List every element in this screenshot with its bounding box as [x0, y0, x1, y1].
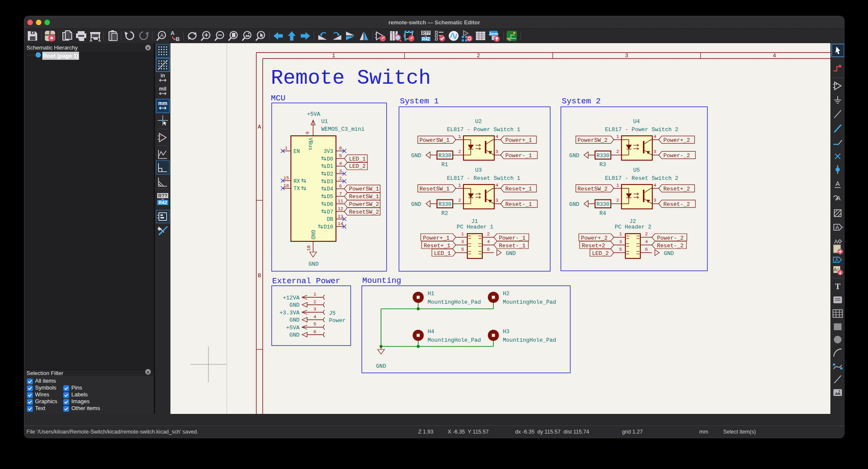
svg-text:EL817 - Reset Switch 2: EL817 - Reset Switch 2: [605, 175, 678, 182]
svg-text:GND: GND: [664, 250, 674, 257]
svg-text:4: 4: [496, 183, 499, 188]
svg-text:ResetSW_1: ResetSW_1: [419, 186, 449, 192]
svg-text:LED_2: LED_2: [592, 250, 609, 257]
svg-text:U4: U4: [633, 118, 640, 125]
svg-text:4: 4: [654, 134, 657, 139]
svg-text:R330: R330: [438, 153, 451, 159]
svg-text:D6: D6: [327, 202, 333, 208]
svg-text:15: 15: [283, 176, 289, 181]
svg-text:2: 2: [616, 198, 619, 203]
svg-text:TX: TX: [293, 186, 300, 192]
svg-text:R330: R330: [596, 153, 609, 159]
svg-text:Power-_1: Power-_1: [505, 152, 532, 159]
svg-text:MountingHole_Pad: MountingHole_Pad: [503, 299, 556, 305]
svg-text:R??: R??: [422, 31, 430, 35]
svg-text:GND: GND: [411, 201, 422, 208]
svg-text:EL817 - Reset Switch 1: EL817 - Reset Switch 1: [447, 175, 520, 182]
svg-text:1: 1: [619, 232, 622, 237]
svg-text:External Power: External Power: [272, 276, 340, 286]
svg-text:R42: R42: [422, 37, 430, 41]
svg-text:Power+_2: Power+_2: [581, 235, 607, 241]
svg-text:+3.3VA: +3.3VA: [279, 310, 299, 316]
svg-text:3: 3: [461, 239, 464, 244]
svg-text:D4: D4: [327, 186, 333, 192]
svg-text:R42: R42: [158, 200, 167, 205]
svg-text:2: 2: [477, 53, 480, 59]
svg-text:2: 2: [339, 176, 342, 181]
svg-text:T: T: [835, 282, 841, 291]
svg-text:4: 4: [773, 53, 776, 59]
svg-text:ResetSW_2: ResetSW_2: [349, 209, 379, 215]
svg-text:DB: DB: [327, 217, 334, 223]
svg-text:Power-_2: Power-_2: [657, 235, 683, 241]
svg-text:1: 1: [616, 183, 619, 188]
svg-text:Reset+_1: Reset+_1: [424, 243, 451, 249]
svg-text:4: 4: [339, 161, 342, 166]
svg-text:5: 5: [314, 322, 317, 327]
svg-text:MCU: MCU: [271, 94, 285, 103]
svg-text:B: B: [258, 273, 261, 279]
svg-text:3V3: 3V3: [323, 149, 333, 155]
svg-text:A: A: [160, 32, 164, 38]
svg-text:U3: U3: [475, 167, 482, 173]
svg-text:A: A: [834, 238, 838, 245]
svg-text:H4: H4: [428, 328, 434, 335]
svg-text:1: 1: [458, 183, 461, 188]
svg-text:.bom: .bom: [489, 31, 499, 36]
svg-text:2: 2: [645, 232, 648, 237]
svg-text:D7: D7: [327, 209, 333, 215]
svg-text:A: A: [836, 180, 840, 187]
svg-text:1: 1: [332, 53, 335, 59]
svg-text:Reset-_1: Reset-_1: [499, 243, 526, 249]
svg-text:U5: U5: [633, 167, 640, 173]
svg-text:LED_1: LED_1: [434, 250, 451, 257]
svg-text:3: 3: [496, 149, 499, 154]
svg-text:1: 1: [616, 134, 619, 139]
svg-text:R1: R1: [441, 161, 448, 168]
svg-text:2: 2: [487, 232, 490, 237]
svg-text:D3: D3: [327, 179, 333, 185]
svg-text:PC Header 2: PC Header 2: [615, 224, 651, 230]
svg-text:mil: mil: [159, 86, 166, 92]
svg-text:PowerSW_2: PowerSW_2: [578, 137, 607, 144]
svg-text:4: 4: [314, 314, 317, 320]
svg-text:R330: R330: [438, 202, 451, 208]
svg-text:14: 14: [337, 221, 343, 226]
svg-text:6: 6: [487, 247, 490, 252]
svg-text:6: 6: [645, 247, 648, 252]
svg-text:H1: H1: [428, 290, 434, 297]
svg-text:+5VA: +5VA: [307, 111, 320, 117]
svg-text:U2: U2: [475, 118, 482, 125]
svg-text:12: 12: [337, 206, 343, 211]
svg-text:GND: GND: [308, 261, 319, 267]
svg-text:GND: GND: [569, 201, 580, 208]
svg-text:16: 16: [283, 183, 289, 188]
svg-text:EN: EN: [293, 149, 300, 155]
svg-text:Mounting: Mounting: [362, 276, 401, 285]
svg-text:GND: GND: [411, 152, 422, 159]
svg-text:D0: D0: [327, 156, 333, 162]
svg-text:4: 4: [645, 239, 648, 244]
svg-text:WEMOS_C3_mini: WEMOS_C3_mini: [321, 126, 365, 132]
svg-text:GND: GND: [310, 230, 316, 240]
svg-text:A: A: [836, 225, 839, 231]
svg-text:3: 3: [619, 239, 622, 244]
svg-text:1: 1: [314, 292, 317, 297]
svg-text:PowerSW_1: PowerSW_1: [349, 186, 379, 192]
svg-text:R4: R4: [599, 210, 606, 217]
svg-text:3: 3: [654, 198, 657, 203]
svg-text:Remote Switch: Remote Switch: [271, 67, 431, 90]
svg-text:9: 9: [305, 132, 310, 135]
svg-text:R3: R3: [599, 161, 606, 168]
svg-text:GND: GND: [376, 363, 386, 369]
svg-text:Reset+_1: Reset+_1: [505, 186, 532, 192]
svg-text:MountingHole_Pad: MountingHole_Pad: [428, 337, 481, 343]
svg-text:3: 3: [496, 198, 499, 203]
svg-text:Reset+2: Reset+2: [582, 243, 605, 249]
svg-text:R??: R??: [158, 193, 167, 198]
svg-text:A: A: [835, 257, 839, 262]
svg-text:13: 13: [337, 214, 343, 219]
svg-text:Power+_2: Power+_2: [663, 137, 690, 144]
svg-text:5: 5: [619, 247, 622, 252]
svg-text:D1: D1: [327, 164, 333, 170]
